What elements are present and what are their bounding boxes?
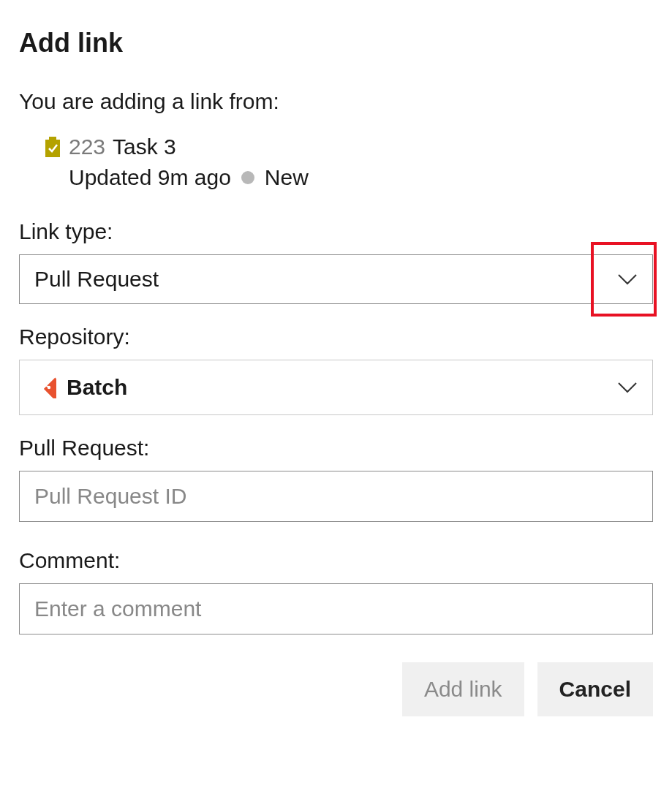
chevron-down-icon <box>617 269 638 289</box>
pull-request-input[interactable] <box>19 471 653 522</box>
work-item-state: New <box>265 165 309 190</box>
work-item-title: Task 3 <box>113 135 176 159</box>
link-type-value: Pull Request <box>34 267 159 292</box>
intro-text: You are adding a link from: <box>19 89 653 114</box>
repository-select[interactable]: Batch <box>19 360 653 415</box>
chevron-down-icon <box>617 377 638 398</box>
add-link-button[interactable]: Add link <box>402 662 524 716</box>
state-dot-icon <box>241 171 254 184</box>
comment-input[interactable] <box>19 583 653 634</box>
button-row: Add link Cancel <box>19 662 653 716</box>
work-item-updated: Updated 9m ago <box>69 165 231 190</box>
git-icon <box>34 376 56 398</box>
work-item-id: 223 <box>69 135 105 159</box>
dialog-title: Add link <box>19 28 653 58</box>
comment-label: Comment: <box>19 548 653 573</box>
svg-rect-0 <box>45 140 60 157</box>
cancel-button[interactable]: Cancel <box>537 662 653 716</box>
work-item-summary: 223 Task 3 Updated 9m ago New <box>19 135 653 190</box>
task-icon <box>44 137 61 157</box>
repository-label: Repository: <box>19 325 653 349</box>
repository-value: Batch <box>67 375 127 400</box>
link-type-select[interactable]: Pull Request <box>19 254 653 304</box>
svg-rect-1 <box>49 137 56 141</box>
pull-request-label: Pull Request: <box>19 436 653 461</box>
link-type-label: Link type: <box>19 219 653 244</box>
